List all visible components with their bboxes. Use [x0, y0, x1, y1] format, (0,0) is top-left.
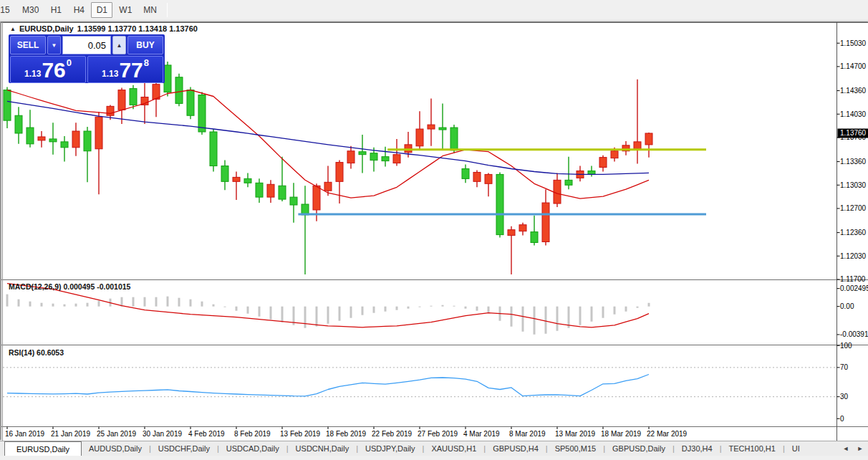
- svg-text:0: 0: [840, 415, 844, 423]
- tab-eurusd-daily[interactable]: EURUSD,Daily: [4, 441, 82, 456]
- svg-text:21 Jan 2019: 21 Jan 2019: [51, 430, 90, 438]
- svg-text:13 Feb 2019: 13 Feb 2019: [280, 430, 321, 438]
- svg-text:1.15030: 1.15030: [840, 39, 867, 47]
- svg-text:1.12700: 1.12700: [840, 204, 867, 212]
- svg-text:8 Feb 2019: 8 Feb 2019: [234, 430, 271, 438]
- buy-price-sup: 8: [144, 57, 149, 68]
- svg-text:4 Feb 2019: 4 Feb 2019: [188, 430, 225, 438]
- sell-button[interactable]: SELL: [10, 36, 46, 54]
- sell-price-button[interactable]: 1.13 76 0: [10, 56, 86, 83]
- tab-dj30-h4[interactable]: DJ30,H4: [675, 441, 720, 456]
- buy-button[interactable]: BUY: [127, 36, 163, 54]
- tab-gbpusd-daily[interactable]: GBPUSD,Daily: [605, 441, 672, 456]
- tab-usdcnh-daily[interactable]: USDCNH,Daily: [289, 441, 357, 456]
- timeframe-button-h4[interactable]: H4: [68, 2, 90, 18]
- svg-text:1.14030: 1.14030: [840, 110, 867, 118]
- volume-input[interactable]: 0.05: [62, 36, 111, 54]
- timeframe-button-d1[interactable]: D1: [91, 2, 112, 18]
- trading-terminal-window: 15M30H1H4D1W1MN 1.150301.147001.143601.1…: [0, 0, 868, 460]
- svg-text:27 Feb 2019: 27 Feb 2019: [418, 430, 458, 438]
- svg-text:4 Mar 2019: 4 Mar 2019: [463, 430, 500, 438]
- svg-text:8 Mar 2019: 8 Mar 2019: [509, 430, 546, 438]
- toolbar-separator: [167, 3, 168, 17]
- sell-price-sup: 0: [67, 57, 72, 68]
- macd-indicator-label: MACD(12,26,9) 0.000495 -0.001015: [9, 282, 130, 291]
- svg-text:22 Mar 2019: 22 Mar 2019: [647, 430, 688, 438]
- svg-text:30 Jan 2019: 30 Jan 2019: [143, 430, 182, 438]
- svg-text:1.13030: 1.13030: [840, 181, 867, 189]
- chevron-down-icon: ▼: [52, 42, 57, 49]
- tab-gbpusd-h4[interactable]: GBPUSD,H4: [486, 441, 546, 456]
- volume-increase-button[interactable]: ▲: [112, 36, 126, 54]
- tab-scroll-left-button[interactable]: ◄: [841, 444, 851, 454]
- chart-symbol-header: ▲ EURUSD,Daily 1.13599 1.13770 1.13418 1…: [10, 24, 198, 33]
- svg-text:1.14700: 1.14700: [840, 62, 867, 70]
- svg-text:100: 100: [840, 342, 852, 350]
- rsi-indicator-label: RSI(14) 60.6053: [9, 348, 64, 357]
- timeframe-button-w1[interactable]: W1: [114, 2, 137, 18]
- timeframe-button-mn[interactable]: MN: [138, 2, 162, 18]
- buy-price-big: 77: [119, 59, 143, 81]
- volume-decrease-button[interactable]: ▼: [47, 36, 61, 54]
- tab-usdcad-daily[interactable]: USDCAD,Daily: [219, 441, 286, 456]
- svg-text:1.13760: 1.13760: [840, 129, 867, 137]
- chart-tab-bar: EURUSD,DailyAUDUSD,Daily|USDCHF,Daily|US…: [0, 441, 868, 456]
- tab-tech100-h1[interactable]: TECH100,H1: [721, 441, 782, 456]
- sell-price-big: 76: [42, 59, 65, 81]
- svg-text:0.002495: 0.002495: [840, 284, 868, 292]
- timeframe-toolbar: 15M30H1H4D1W1MN: [0, 0, 868, 21]
- tab-audusd-daily[interactable]: AUDUSD,Daily: [82, 441, 149, 456]
- svg-text:1.13360: 1.13360: [840, 158, 867, 166]
- tab-xauusd-h1[interactable]: XAUUSD,H1: [424, 441, 483, 456]
- sell-price-prefix: 1.13: [24, 69, 41, 79]
- svg-text:1.12030: 1.12030: [840, 252, 867, 260]
- timeframe-button-m30[interactable]: M30: [17, 2, 44, 18]
- chart-window: 1.150301.147001.143601.140301.137001.133…: [0, 21, 868, 440]
- buy-price-prefix: 1.13: [102, 69, 118, 79]
- svg-text:13 Mar 2019: 13 Mar 2019: [555, 430, 596, 438]
- price-chart-canvas[interactable]: 1.150301.147001.143601.140301.137001.133…: [1, 22, 868, 441]
- tab-sp500-m15[interactable]: SP500,M15: [548, 441, 603, 456]
- svg-text:18 Feb 2019: 18 Feb 2019: [326, 430, 367, 438]
- svg-text:25 Jan 2019: 25 Jan 2019: [97, 430, 136, 438]
- tab-usdchf-daily[interactable]: USDCHF,Daily: [151, 441, 217, 456]
- one-click-trading-panel: SELL ▼ 0.05 ▲ BUY 1.13 76 0 1.13 77: [9, 34, 165, 83]
- svg-text:22 Feb 2019: 22 Feb 2019: [372, 430, 413, 438]
- timeframe-button-15[interactable]: 15: [0, 2, 16, 18]
- tab-usdjpy-daily[interactable]: USDJPY,Daily: [358, 441, 423, 456]
- svg-text:1.14360: 1.14360: [840, 87, 867, 95]
- buy-price-button[interactable]: 1.13 77 8: [87, 56, 163, 83]
- svg-text:1.11700: 1.11700: [840, 275, 866, 283]
- svg-text:0.00: 0.00: [840, 302, 854, 310]
- svg-text:30: 30: [840, 393, 849, 401]
- svg-text:1.12360: 1.12360: [840, 229, 867, 236]
- chevron-up-icon: ▲: [117, 42, 122, 49]
- svg-text:70: 70: [840, 363, 849, 371]
- svg-text:-0.003919: -0.003919: [840, 330, 868, 338]
- chart-ohlc-text: 1.13599 1.13770 1.13418 1.13760: [77, 24, 198, 33]
- svg-text:18 Mar 2019: 18 Mar 2019: [601, 430, 642, 438]
- symbol-marker-icon: ▲: [10, 26, 16, 32]
- tab-scroll-arrows: ◄►: [841, 441, 868, 456]
- timeframe-button-h1[interactable]: H1: [45, 2, 67, 18]
- tab-scroll-right-button[interactable]: ►: [855, 444, 865, 454]
- svg-text:16 Jan 2019: 16 Jan 2019: [5, 430, 44, 438]
- chart-symbol-text: EURUSD,Daily: [19, 24, 74, 33]
- tab-ui[interactable]: UI: [785, 441, 807, 456]
